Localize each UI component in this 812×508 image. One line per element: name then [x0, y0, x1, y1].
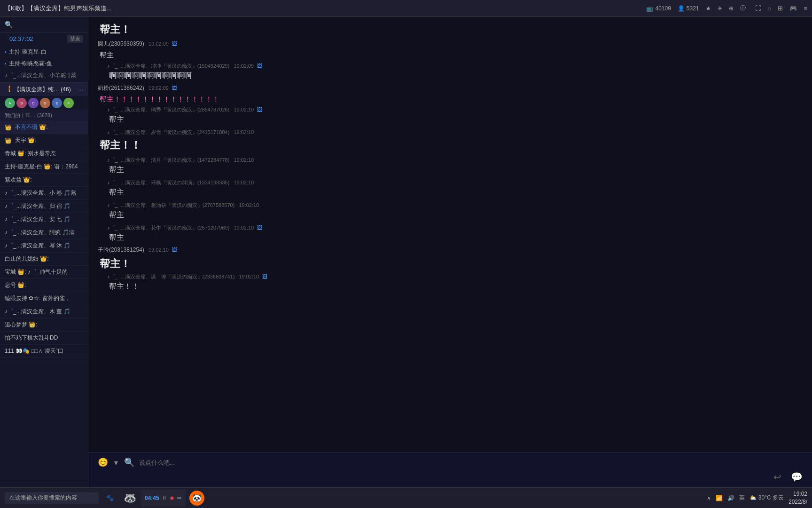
sub-time: 19:02:10	[234, 107, 254, 112]
sub-sender-name: ...满汉全席、冲冲『满汉の痴汉』(1504924029)	[121, 63, 230, 69]
sub-time: 19:02:10	[234, 225, 254, 230]
ch-item-label: 白止的儿媳妇 👑:	[5, 255, 83, 263]
note-icon: ♪゜_	[107, 180, 118, 185]
home-icon[interactable]: ⌂	[768, 5, 772, 12]
ch-item-label: ♪゜_...满汉全席、归 宿 🎵	[5, 202, 83, 210]
room-header: 【 【满汉全席】纯… (46) ···	[0, 83, 88, 96]
sidebar-item-host1[interactable]: 主持-噩克星-白	[0, 46, 88, 58]
emoji-button[interactable]: 😊	[98, 457, 108, 468]
sub-sender: ♪゜_ ...满汉全席、葱油饼『满汉の痴汉』(2767588570) 19:02…	[107, 202, 803, 209]
ch-item-label: ♪゜_...满汉全席、阿婉 🎵满	[5, 229, 83, 237]
weather-info: 30°C 多云	[758, 494, 784, 501]
weather-icon: ⛅	[750, 494, 757, 501]
list-item[interactable]: ♪゜_...满汉全席、幂 沐 🎵	[0, 239, 88, 253]
search-expression-button[interactable]: 🔍	[124, 457, 134, 468]
sub-message: ♪゜_ ...满汉全席、葱油饼『满汉の痴汉』(2767588570) 19:02…	[98, 202, 803, 221]
list-item[interactable]: 瞌眼皮持 ✿☆: 窗外的雀，	[0, 292, 88, 305]
taskbar-app-preview[interactable]: 🦝	[121, 490, 138, 507]
taskbar-icon-1[interactable]: 🐾	[102, 490, 118, 507]
search-bar[interactable]: 🔍	[0, 17, 88, 32]
taskbar-search[interactable]: 在这里输入你要搜索的内容	[5, 492, 99, 504]
window-controls: ⛶ ⌂ ⊞ 🎮 ≡	[755, 5, 807, 12]
list-item[interactable]: ♪゜_...满汉全席、木 董 🎵	[0, 305, 88, 318]
sub-message: ♪゜_ ...满汉全席、岁雪『满汉の痴汉』(2413171884) 19:02:…	[98, 129, 803, 136]
message-group: ♪゜_ ...满汉全席、清月『满汉の痴汉』(1472284778) 19:02:…	[98, 156, 803, 175]
pinned-section: 主持-噩克星-白 主持-蜘蛛恶霸-鱼 ♪゜_...满汉全席、小羊驼 ‖蒚	[0, 45, 88, 83]
room-name: 【满汉全席】纯… (46)	[14, 86, 75, 94]
list-item[interactable]: 息号 👑:	[0, 279, 88, 292]
list-item[interactable]: 111 👀🎭 □□∧ 凌天"口	[0, 345, 88, 358]
host1-label: 主持-噩克星-白	[9, 48, 47, 56]
ch-item-label: ♪゜_...满汉全席、木 董 🎵	[5, 308, 83, 316]
title-text: 【K歌】【满汉全席】纯男声娱乐频道...	[5, 4, 646, 13]
note-icon: ♪゜_	[107, 107, 118, 112]
sidebar-item-host2[interactable]: 主持-蜘蛛恶霸-鱼	[0, 58, 88, 70]
volume-icon[interactable]: 🔊	[727, 495, 734, 501]
sub-sender-name: ...满汉全席、花牛『满汉の痴汉』(2571207969)	[121, 225, 230, 230]
list-item[interactable]: 青城 👑: 别水是常态	[0, 147, 88, 160]
message-content: 帮主！！	[98, 137, 803, 153]
sub-sender-name: ...满汉全席、清月『满汉の痴汉』(1472284778)	[121, 157, 230, 163]
menu-icon[interactable]: ≡	[804, 5, 807, 12]
input-actions: ↩ 💬	[98, 471, 803, 483]
list-item[interactable]: ♪゜_...满汉全席、安 七 🎵	[0, 213, 88, 226]
star-icon[interactable]: ★	[706, 5, 711, 12]
message-time: 19:02:09	[148, 85, 169, 91]
sub-sender-name: ...满汉全席、潇 潦『满汉の痴汉』(2336608741)	[121, 274, 235, 279]
message-group: 子吟(2031381254) 19:02:10 🖼 帮主！ ♪゜_ ...满汉全…	[98, 246, 803, 292]
sub-content: 帮主	[107, 187, 803, 198]
share-icon[interactable]: ⊕	[729, 5, 734, 12]
sidebar-item-queue[interactable]: ♪゜_...满汉全席、小羊驼 ‖蒚	[0, 70, 88, 81]
time-row: 02:37:02 禁麦	[0, 32, 88, 45]
list-item[interactable]: 追心梦梦 👑:	[0, 318, 88, 332]
user-count-item: 👤 5321	[678, 5, 699, 12]
list-item[interactable]: 白止的儿媳妇 👑:	[0, 253, 88, 266]
info-icon[interactable]: ⓘ	[740, 4, 746, 12]
list-item[interactable]: ♪゜_...满汉全席、阿婉 🎵满	[0, 226, 88, 239]
tray-expand-icon[interactable]: ∧	[707, 495, 711, 501]
list-item[interactable]: ♪゜_...满汉全席、归 宿 🎵	[0, 200, 88, 213]
edit-icon: ✏	[177, 495, 182, 501]
taskbar-panda[interactable]: 🐼	[188, 490, 205, 507]
taskbar-timer-app[interactable]: 04:45 ⏸ ⏹ ✏	[141, 490, 186, 507]
list-item[interactable]: 怕不鸡下棋大乱斗DD	[0, 332, 88, 345]
comment-icon[interactable]: 💬	[791, 471, 803, 483]
list-item[interactable]: 紫欢益 👑:	[0, 174, 88, 187]
avatar-4: D	[40, 98, 50, 108]
fullscreen-icon[interactable]: ⛶	[755, 5, 761, 12]
note-icon: ♪゜_	[107, 225, 118, 230]
title-icons: 📺 40109 👤 5321 ★ ✈ ⊕ ⓘ	[646, 4, 745, 12]
controller-icon[interactable]: 🎮	[789, 5, 797, 12]
sub-message: ♪゜_ ...满汉全席、璃秀『满汉の痴汉』(2894787026) 19:02:…	[98, 106, 803, 125]
list-item[interactable]: 主持-噩克星-白 👑: 谱：2964	[0, 160, 88, 174]
reply-icon[interactable]: ↩	[773, 471, 781, 483]
chat-input[interactable]	[139, 459, 803, 466]
avatar-6: F	[63, 98, 74, 108]
note-icon: ♪゜_	[107, 157, 118, 163]
paw-icon: 🐾	[106, 494, 114, 501]
active-dot	[5, 63, 6, 64]
list-item[interactable]: ♪゜_...满汉全席、小 卷 🎵蒚	[0, 187, 88, 200]
list-item[interactable]: 👑 不言不语 👑:	[0, 121, 88, 134]
language-indicator[interactable]: 英	[739, 494, 745, 502]
dropdown-icon[interactable]: ▼	[113, 459, 119, 467]
message-group: 帮主！	[98, 22, 803, 37]
list-item[interactable]: 宝城 👑: ♪゜_帅气十足的	[0, 266, 88, 279]
active-dot	[5, 51, 6, 53]
message-group: ♪゜_ ...满汉全席、岁雪『满汉の痴汉』(2413171884) 19:02:…	[98, 128, 803, 153]
message-group: 圆儿(2305930359) 19:02:09 🖼 帮主 ♪゜_ ...满汉全席…	[98, 40, 803, 81]
grid-icon[interactable]: ⊞	[778, 5, 783, 12]
sub-sender-name: ...满汉全席、葱油饼『满汉の痴汉』(2767588570)	[121, 202, 235, 208]
view-count: 40109	[655, 5, 671, 12]
airplane-icon[interactable]: ✈	[718, 5, 722, 12]
ch-item-label: ♪゜_...满汉全席、幂 沐 🎵	[5, 242, 83, 250]
sub-content: 帮主	[107, 114, 803, 125]
list-item[interactable]: 👑 天宇 👑:	[0, 134, 88, 147]
sub-sender-name: ...满汉全席、环佩『满汉の群演』(1334198335)	[121, 180, 230, 185]
taskbar: 在这里输入你要搜索的内容 🐾 🦝 04:45 ⏸ ⏹ ✏ 🐼 ∧ 📶 🔊 英 ⛅…	[0, 487, 812, 508]
network-icon[interactable]: 📶	[716, 495, 723, 501]
sub-sender: ♪゜_ ...满汉全席、冲冲『满汉の痴汉』(1504924029) 19:02:…	[107, 63, 803, 70]
more-button[interactable]: ···	[78, 86, 83, 93]
sub-sender: ♪゜_ ...满汉全席、环佩『满汉の群演』(1334198335) 19:02:…	[107, 179, 803, 186]
ch-item-label: 主持-噩克星-白 👑: 谱：2964	[5, 163, 83, 171]
